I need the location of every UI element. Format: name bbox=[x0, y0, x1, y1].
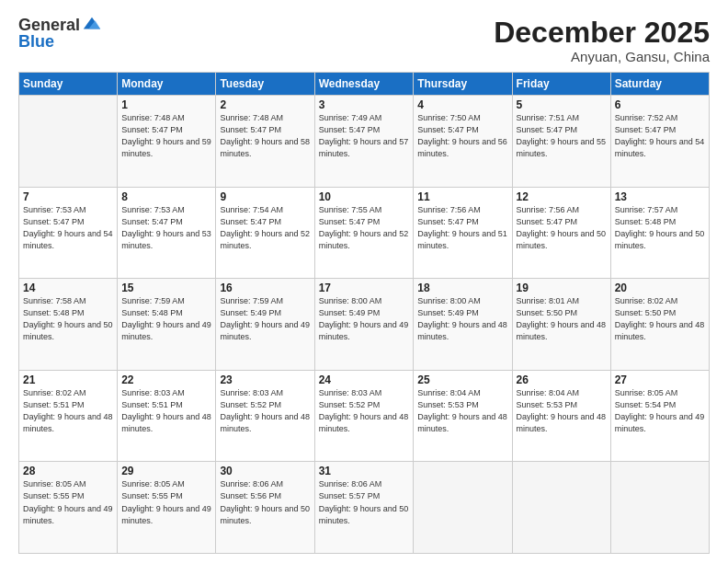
day-number: 6 bbox=[615, 98, 705, 111]
sunrise-label: Sunrise: 8:02 AM bbox=[615, 296, 678, 305]
daylight-label: Daylight: 9 hours and 48 minutes. bbox=[517, 320, 607, 341]
calendar-week-row: 14Sunrise: 7:58 AMSunset: 5:48 PMDayligh… bbox=[19, 279, 710, 371]
daylight-label: Daylight: 9 hours and 57 minutes. bbox=[319, 137, 409, 158]
calendar-cell: 10Sunrise: 7:55 AMSunset: 5:47 PMDayligh… bbox=[314, 187, 414, 279]
sunset-label: Sunset: 5:51 PM bbox=[23, 400, 85, 409]
header: General Blue December 2025 Anyuan, Gansu… bbox=[18, 17, 710, 64]
sunrise-label: Sunrise: 7:56 AM bbox=[517, 205, 580, 214]
day-info: Sunrise: 7:59 AMSunset: 5:48 PMDaylight:… bbox=[121, 295, 211, 343]
day-number: 7 bbox=[23, 190, 113, 203]
title-block: December 2025 Anyuan, Gansu, China bbox=[494, 17, 710, 64]
day-number: 2 bbox=[220, 98, 310, 111]
day-info: Sunrise: 8:00 AMSunset: 5:49 PMDaylight:… bbox=[417, 295, 507, 343]
sunrise-label: Sunrise: 7:58 AM bbox=[23, 296, 86, 305]
day-info: Sunrise: 7:51 AMSunset: 5:47 PMDaylight:… bbox=[517, 112, 607, 160]
daylight-label: Daylight: 9 hours and 52 minutes. bbox=[220, 229, 310, 250]
day-number: 20 bbox=[615, 282, 705, 294]
sunset-label: Sunset: 5:48 PM bbox=[23, 308, 85, 317]
calendar-week-row: 28Sunrise: 8:05 AMSunset: 5:55 PMDayligh… bbox=[19, 462, 710, 554]
calendar-cell: 6Sunrise: 7:52 AMSunset: 5:47 PMDaylight… bbox=[610, 96, 709, 188]
calendar-cell: 18Sunrise: 8:00 AMSunset: 5:49 PMDayligh… bbox=[414, 279, 512, 371]
month-title: December 2025 bbox=[494, 17, 710, 49]
sunrise-label: Sunrise: 7:55 AM bbox=[319, 205, 382, 214]
calendar-cell: 26Sunrise: 8:04 AMSunset: 5:53 PMDayligh… bbox=[512, 370, 610, 462]
sunset-label: Sunset: 5:55 PM bbox=[23, 491, 85, 500]
day-number: 17 bbox=[319, 282, 410, 294]
day-number: 26 bbox=[517, 373, 607, 386]
calendar-cell: 22Sunrise: 8:03 AMSunset: 5:51 PMDayligh… bbox=[118, 370, 216, 462]
sunset-label: Sunset: 5:56 PM bbox=[220, 491, 281, 500]
calendar-cell: 28Sunrise: 8:05 AMSunset: 5:55 PMDayligh… bbox=[19, 462, 118, 554]
daylight-label: Daylight: 9 hours and 49 minutes. bbox=[23, 504, 113, 525]
day-info: Sunrise: 7:54 AMSunset: 5:47 PMDaylight:… bbox=[220, 204, 310, 252]
sunset-label: Sunset: 5:47 PM bbox=[517, 125, 578, 134]
daylight-label: Daylight: 9 hours and 54 minutes. bbox=[23, 229, 113, 250]
sunrise-label: Sunrise: 8:04 AM bbox=[417, 388, 481, 397]
sunrise-label: Sunrise: 7:56 AM bbox=[417, 205, 481, 214]
day-info: Sunrise: 7:56 AMSunset: 5:47 PMDaylight:… bbox=[517, 204, 607, 252]
daylight-label: Daylight: 9 hours and 48 minutes. bbox=[220, 412, 310, 433]
sunset-label: Sunset: 5:47 PM bbox=[615, 125, 677, 134]
sunrise-label: Sunrise: 7:57 AM bbox=[615, 205, 678, 214]
daylight-label: Daylight: 9 hours and 48 minutes. bbox=[417, 412, 507, 433]
calendar-table: SundayMondayTuesdayWednesdayThursdayFrid… bbox=[18, 72, 710, 554]
day-number: 25 bbox=[417, 373, 507, 386]
day-number: 10 bbox=[319, 190, 410, 203]
sunrise-label: Sunrise: 8:03 AM bbox=[220, 388, 283, 397]
day-info: Sunrise: 7:53 AMSunset: 5:47 PMDaylight:… bbox=[23, 204, 113, 252]
sunrise-label: Sunrise: 7:54 AM bbox=[220, 205, 283, 214]
calendar-cell: 17Sunrise: 8:00 AMSunset: 5:49 PMDayligh… bbox=[314, 279, 414, 371]
day-number: 4 bbox=[417, 98, 507, 111]
sunset-label: Sunset: 5:47 PM bbox=[23, 217, 85, 226]
day-info: Sunrise: 8:04 AMSunset: 5:53 PMDaylight:… bbox=[517, 387, 607, 435]
sunrise-label: Sunrise: 7:59 AM bbox=[220, 296, 283, 305]
day-info: Sunrise: 7:55 AMSunset: 5:47 PMDaylight:… bbox=[319, 204, 410, 252]
day-info: Sunrise: 8:01 AMSunset: 5:50 PMDaylight:… bbox=[517, 295, 607, 343]
calendar-cell bbox=[512, 462, 610, 554]
sunrise-label: Sunrise: 8:01 AM bbox=[517, 296, 580, 305]
calendar-cell: 14Sunrise: 7:58 AMSunset: 5:48 PMDayligh… bbox=[19, 279, 118, 371]
sunset-label: Sunset: 5:55 PM bbox=[121, 491, 183, 500]
day-info: Sunrise: 8:03 AMSunset: 5:52 PMDaylight:… bbox=[319, 387, 410, 435]
day-info: Sunrise: 8:03 AMSunset: 5:51 PMDaylight:… bbox=[121, 387, 211, 435]
day-number: 23 bbox=[220, 373, 310, 386]
daylight-label: Daylight: 9 hours and 54 minutes. bbox=[615, 137, 705, 158]
calendar-cell: 12Sunrise: 7:56 AMSunset: 5:47 PMDayligh… bbox=[512, 187, 610, 279]
daylight-label: Daylight: 9 hours and 48 minutes. bbox=[615, 320, 705, 341]
calendar-cell: 21Sunrise: 8:02 AMSunset: 5:51 PMDayligh… bbox=[19, 370, 118, 462]
day-info: Sunrise: 8:00 AMSunset: 5:49 PMDaylight:… bbox=[319, 295, 410, 343]
day-info: Sunrise: 7:56 AMSunset: 5:47 PMDaylight:… bbox=[417, 204, 507, 252]
day-number: 1 bbox=[121, 98, 211, 111]
daylight-label: Daylight: 9 hours and 49 minutes. bbox=[121, 504, 211, 525]
sunrise-label: Sunrise: 8:06 AM bbox=[220, 479, 283, 488]
daylight-label: Daylight: 9 hours and 52 minutes. bbox=[319, 229, 409, 250]
location-subtitle: Anyuan, Gansu, China bbox=[494, 49, 710, 64]
calendar-cell: 1Sunrise: 7:48 AMSunset: 5:47 PMDaylight… bbox=[118, 96, 216, 188]
sunrise-label: Sunrise: 8:05 AM bbox=[23, 479, 86, 488]
day-number: 28 bbox=[23, 465, 113, 477]
sunrise-label: Sunrise: 7:53 AM bbox=[23, 205, 86, 214]
day-number: 18 bbox=[417, 282, 507, 294]
day-number: 13 bbox=[615, 190, 705, 203]
calendar-cell: 7Sunrise: 7:53 AMSunset: 5:47 PMDaylight… bbox=[19, 187, 118, 279]
daylight-label: Daylight: 9 hours and 48 minutes. bbox=[319, 412, 409, 433]
day-info: Sunrise: 7:49 AMSunset: 5:47 PMDaylight:… bbox=[319, 112, 410, 160]
sunrise-label: Sunrise: 7:52 AM bbox=[615, 113, 678, 122]
day-number: 9 bbox=[220, 190, 310, 203]
daylight-label: Daylight: 9 hours and 59 minutes. bbox=[121, 137, 211, 158]
sunset-label: Sunset: 5:48 PM bbox=[615, 217, 677, 226]
sunset-label: Sunset: 5:49 PM bbox=[417, 308, 479, 317]
sunrise-label: Sunrise: 7:53 AM bbox=[121, 205, 185, 214]
day-info: Sunrise: 7:48 AMSunset: 5:47 PMDaylight:… bbox=[220, 112, 310, 160]
sunrise-label: Sunrise: 8:00 AM bbox=[417, 296, 481, 305]
calendar-cell: 24Sunrise: 8:03 AMSunset: 5:52 PMDayligh… bbox=[314, 370, 414, 462]
calendar-cell: 25Sunrise: 8:04 AMSunset: 5:53 PMDayligh… bbox=[414, 370, 512, 462]
daylight-label: Daylight: 9 hours and 53 minutes. bbox=[121, 229, 211, 250]
sunset-label: Sunset: 5:57 PM bbox=[319, 491, 381, 500]
calendar-cell: 15Sunrise: 7:59 AMSunset: 5:48 PMDayligh… bbox=[118, 279, 216, 371]
sunset-label: Sunset: 5:47 PM bbox=[319, 217, 381, 226]
day-number: 19 bbox=[517, 282, 607, 294]
day-number: 27 bbox=[615, 373, 705, 386]
sunrise-label: Sunrise: 7:59 AM bbox=[121, 296, 185, 305]
calendar-cell: 2Sunrise: 7:48 AMSunset: 5:47 PMDaylight… bbox=[216, 96, 314, 188]
